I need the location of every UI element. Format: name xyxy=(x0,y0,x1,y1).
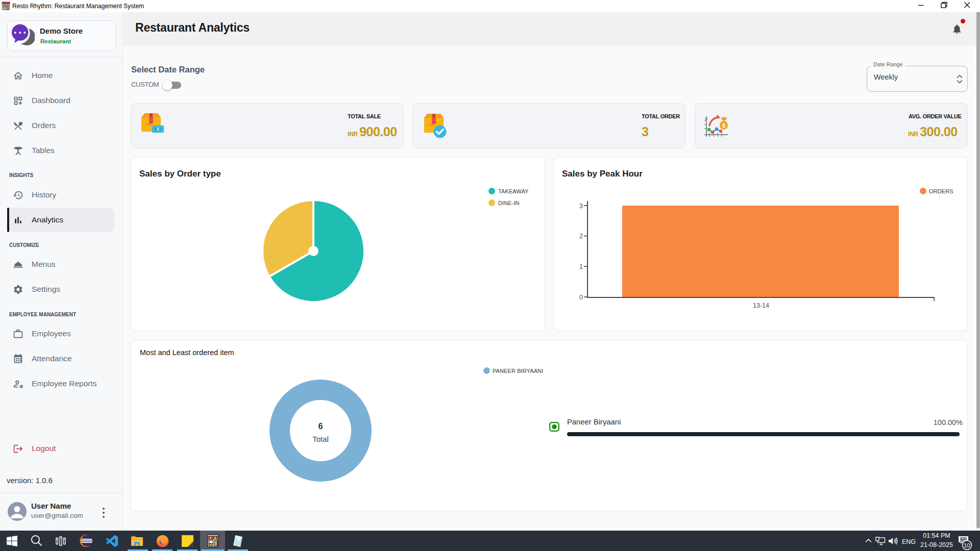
svg-text:1: 1 xyxy=(579,263,583,270)
svg-text:10: 10 xyxy=(964,542,970,548)
svg-text:3: 3 xyxy=(579,203,583,210)
svg-text:0: 0 xyxy=(579,294,583,301)
svg-text:13-14: 13-14 xyxy=(753,302,769,309)
svg-text:2: 2 xyxy=(579,233,583,240)
svg-text:$: $ xyxy=(722,122,725,129)
svg-text:$: $ xyxy=(157,127,159,132)
